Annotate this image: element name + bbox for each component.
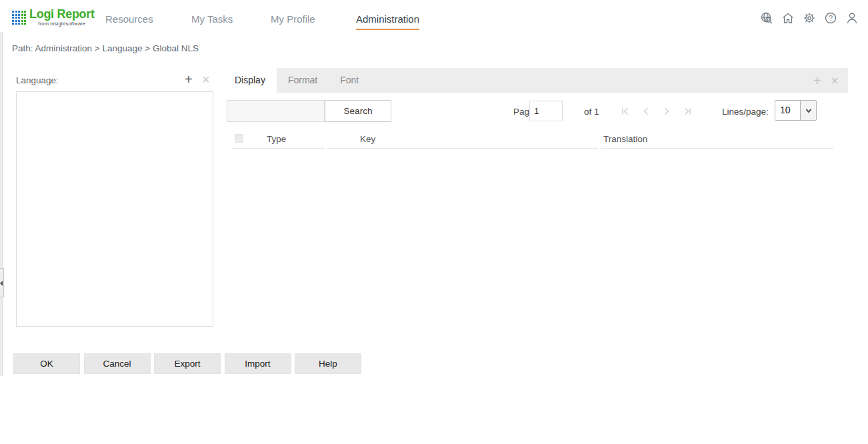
tab-font[interactable]: Font [329, 68, 370, 93]
nav-item-my-tasks[interactable]: My Tasks [191, 13, 233, 25]
ok-button[interactable]: OK [13, 353, 80, 374]
export-button[interactable]: Export [154, 353, 221, 374]
help-icon[interactable]: ? [824, 11, 837, 25]
table-header-divider [601, 148, 833, 149]
user-profile-icon[interactable] [845, 11, 859, 25]
table-header-divider [327, 148, 598, 149]
footer-button-bar: OK Cancel Export Import Help [13, 353, 361, 374]
chevron-down-icon [800, 101, 816, 120]
help-button[interactable]: Help [295, 353, 361, 374]
nav-item-resources[interactable]: Resources [105, 13, 153, 25]
column-header-type: Type [267, 134, 286, 144]
brand-tagline: from insightsoftware [29, 21, 95, 27]
cancel-button[interactable]: Cancel [84, 353, 151, 374]
close-icon[interactable]: × [831, 74, 839, 87]
home-icon[interactable] [781, 11, 795, 25]
page-number-input[interactable] [529, 101, 563, 121]
language-list[interactable] [16, 91, 213, 327]
brand-name: Logi Report [29, 7, 95, 21]
nav-item-administration[interactable]: Administration [356, 13, 419, 30]
lines-per-page-value: 10 [775, 101, 800, 120]
last-page-icon[interactable] [682, 106, 693, 117]
search-input[interactable] [227, 100, 325, 122]
svg-text:?: ? [829, 14, 833, 22]
nav-item-my-profile[interactable]: My Profile [271, 13, 315, 25]
left-edge-strip [0, 32, 3, 376]
lines-per-page-label: Lines/page: [722, 107, 769, 117]
add-language-icon[interactable]: + [185, 73, 193, 85]
global-search-icon[interactable] [760, 11, 773, 25]
panel-collapse-handle[interactable] [0, 268, 4, 297]
lines-per-page-select[interactable]: 10 [775, 100, 817, 121]
add-icon[interactable]: + [813, 74, 821, 87]
previous-page-icon[interactable] [641, 106, 651, 117]
app-header: Logi Report from insightsoftware Resourc… [0, 0, 868, 37]
tab-display[interactable]: Display [223, 68, 277, 93]
logi-waffle-icon [12, 11, 26, 25]
column-header-key: Key [360, 134, 375, 144]
table-header-divider [232, 148, 324, 149]
nls-tab-bar: Display Format Font + × [223, 68, 848, 93]
next-page-icon[interactable] [661, 106, 672, 117]
pagination-controls [620, 106, 693, 117]
page-total-label: of 1 [584, 107, 599, 117]
logi-report-logo[interactable]: Logi Report from insightsoftware [12, 7, 95, 27]
search-button[interactable]: Search [325, 100, 391, 122]
column-header-translation: Translation [603, 134, 647, 144]
first-page-icon[interactable] [620, 106, 631, 117]
select-all-checkbox[interactable] [235, 134, 243, 143]
settings-gear-icon[interactable] [803, 11, 816, 25]
tab-format[interactable]: Format [277, 68, 329, 93]
breadcrumb: Path: Administration > Language > Global… [12, 43, 199, 53]
remove-language-icon[interactable]: × [202, 73, 210, 85]
header-icon-group: ? [760, 11, 859, 25]
import-button[interactable]: Import [225, 353, 291, 374]
language-label: Language: [16, 75, 59, 85]
